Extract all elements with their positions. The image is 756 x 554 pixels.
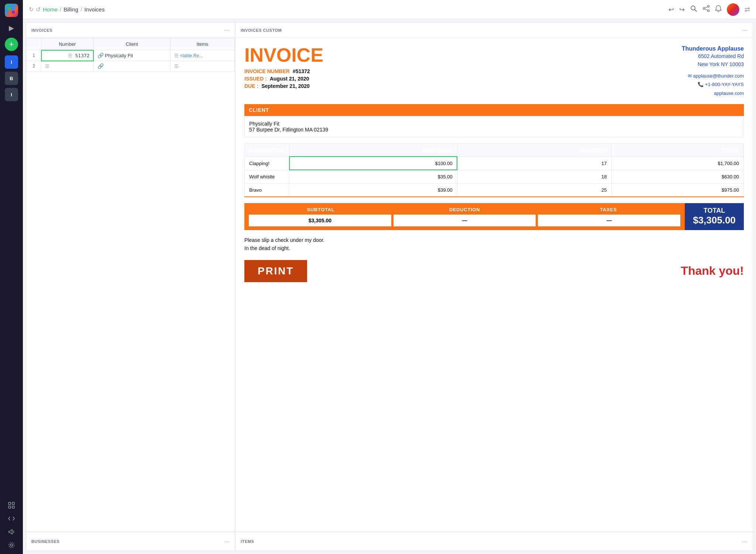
invoices-panel: INVOICES ··· Number Client Items: [26, 22, 235, 532]
code-icon[interactable]: [6, 513, 17, 524]
svg-line-11: [705, 9, 707, 10]
invoice-due-value: September 21, 2020: [261, 83, 310, 89]
item-description-2: Wolf whistle: [245, 170, 289, 183]
share-button[interactable]: [702, 5, 710, 14]
invoice-footer: PRINT Thank you!: [244, 260, 744, 282]
svg-rect-1: [12, 502, 14, 505]
invoice-title: INVOICE: [244, 45, 323, 65]
print-button[interactable]: PRINT: [244, 260, 307, 282]
item-total-2: $630.00: [611, 170, 743, 183]
subtotal-input[interactable]: [249, 215, 391, 226]
invoice-totals-left: SUBTOTAL DEDUCTION TAXES: [244, 203, 685, 230]
row-num-2: 2: [27, 61, 41, 72]
invoice-number-label: INVOICE NUMBER: [244, 68, 290, 74]
items-panel: ITEMS ···: [235, 532, 753, 551]
invoice-panel-menu-button[interactable]: ···: [742, 26, 748, 34]
item-unit-price-2: $35.00: [289, 170, 457, 183]
item-unit-price-1: $100.00: [289, 157, 457, 170]
row-items-1[interactable]: ☰ <table.Re...: [170, 50, 234, 61]
row-client-1[interactable]: 🔗 Physically Fit: [93, 50, 170, 61]
col-total: TOTAL: [611, 143, 743, 157]
client-name: Physically Fit: [249, 121, 739, 127]
breadcrumb: Home / Billing / Invoices: [43, 6, 104, 13]
item-total-3: $975.00: [611, 183, 743, 197]
collapse-button[interactable]: ⇄: [745, 6, 750, 14]
company-contact: ✉ applause@thunder.com 📞 +1-800-YAY-YAYS…: [682, 72, 744, 98]
client-section-header: CLIENT: [244, 104, 744, 116]
search-button[interactable]: [690, 5, 697, 14]
sidebar-item-invoices[interactable]: I: [5, 55, 18, 69]
invoice-due-label: DUE :: [244, 83, 258, 89]
topbar: ↻ ↺ Home / Billing / Invoices ↩ ↪: [23, 0, 756, 19]
thank-you-text: Thank you!: [681, 264, 744, 278]
invoice-panel-header: INVOICES Custom ···: [236, 23, 753, 38]
businesses-panel: BUSINESSES ···: [26, 532, 235, 551]
svg-point-8: [708, 6, 709, 7]
invoices-panel-menu-button[interactable]: ···: [224, 26, 230, 34]
add-button[interactable]: +: [5, 38, 18, 51]
invoices-panel-header: INVOICES ···: [26, 23, 235, 38]
sidebar-item-billing[interactable]: B: [5, 72, 18, 85]
invoices-table: Number Client Items 1 ☰ 51372: [26, 38, 235, 72]
breadcrumb-home[interactable]: Home: [43, 6, 58, 13]
businesses-panel-title: BUSINESSES: [31, 539, 59, 544]
col-client: Client: [93, 38, 170, 50]
invoice-issued-value: August 21, 2020: [270, 76, 309, 82]
invoice-totals: SUBTOTAL DEDUCTION TAXES TOTAL $3,305.00: [244, 203, 744, 230]
item-unit-price-3: $39.00: [289, 183, 457, 197]
invoice-line-item: Bravo $39.00 25 $975.00: [245, 183, 744, 197]
total-box-value: $3,305.00: [693, 215, 736, 226]
invoice-client-section: CLIENT Physically Fit 57 Burpee Dr, Fitl…: [244, 104, 744, 137]
row-expand-2[interactable]: ☰: [45, 64, 49, 69]
expand-sidebar-button[interactable]: ▶: [6, 23, 17, 33]
grid-icon[interactable]: [6, 500, 17, 510]
invoice-number-row: INVOICE NUMBER #51372: [244, 68, 323, 74]
taxes-label: TAXES: [536, 207, 680, 212]
sidebar-item-items[interactable]: I: [5, 88, 18, 101]
item-quantity-1: 17: [457, 157, 611, 170]
item-description-3: Bravo: [245, 183, 289, 197]
row-number-1[interactable]: ☰ 51372: [41, 50, 94, 61]
nav-back-button[interactable]: ↻: [29, 6, 34, 13]
company-phone: 📞 +1-800-YAY-YAYS: [682, 80, 744, 89]
breadcrumb-invoices[interactable]: Invoices: [84, 6, 104, 13]
invoices-panel-title: INVOICES: [31, 28, 52, 33]
notifications-button[interactable]: [715, 5, 722, 14]
row-items-2[interactable]: ☰: [170, 61, 234, 72]
breadcrumb-billing[interactable]: Billing: [63, 6, 78, 13]
svg-point-6: [691, 6, 695, 10]
row-number-2[interactable]: ☰: [41, 61, 94, 72]
invoice-title-block: INVOICE INVOICE NUMBER #51372 ISSUED : A…: [244, 45, 323, 98]
megaphone-icon[interactable]: [6, 527, 17, 537]
invoice-line-item: Clapping! $100.00 17 $1,700.00: [245, 157, 744, 170]
row-expand-1[interactable]: ☰: [68, 53, 72, 58]
invoice-line-item: Wolf whistle $35.00 18 $630.00: [245, 170, 744, 183]
avatar[interactable]: [727, 3, 739, 16]
nav-forward-button[interactable]: ↺: [36, 6, 41, 13]
redo-button[interactable]: ↪: [679, 6, 685, 14]
invoice-company: Thunderous Applause 6502 Automated Rd Ne…: [682, 45, 744, 98]
company-address: 6502 Automated Rd New York NY 10003: [682, 52, 744, 69]
items-panel-menu-button[interactable]: ···: [742, 538, 748, 546]
row-items-expand-2[interactable]: ☰: [174, 64, 179, 69]
item-quantity-3: 25: [457, 183, 611, 197]
invoice-total-box: TOTAL $3,305.00: [685, 203, 744, 230]
invoice-due-row: DUE : September 21, 2020: [244, 83, 323, 89]
undo-button[interactable]: ↩: [669, 6, 674, 14]
sidebar: ▶ + I B I: [0, 0, 23, 554]
taxes-input[interactable]: [538, 215, 680, 226]
invoice-custom-panel: INVOICES Custom ··· INVOICE INVOICE NUMB…: [235, 22, 753, 532]
row-client-2[interactable]: 🔗: [93, 61, 170, 72]
businesses-panel-menu-button[interactable]: ···: [224, 538, 230, 546]
bottom-panels: BUSINESSES ··· ITEMS ···: [23, 532, 756, 554]
company-website: applause.com: [682, 89, 744, 98]
invoice-issued-row: ISSUED : August 21, 2020: [244, 76, 323, 82]
invoice-number-value: #51372: [293, 68, 310, 74]
totals-values: [249, 215, 680, 226]
items-panel-title: ITEMS: [241, 539, 254, 544]
settings-icon[interactable]: [6, 540, 17, 550]
item-total-1: $1,700.00: [611, 157, 743, 170]
row-items-expand-1[interactable]: ☰: [174, 53, 179, 58]
topbar-actions: ↩ ↪: [669, 3, 750, 16]
deduction-input[interactable]: [394, 215, 536, 226]
